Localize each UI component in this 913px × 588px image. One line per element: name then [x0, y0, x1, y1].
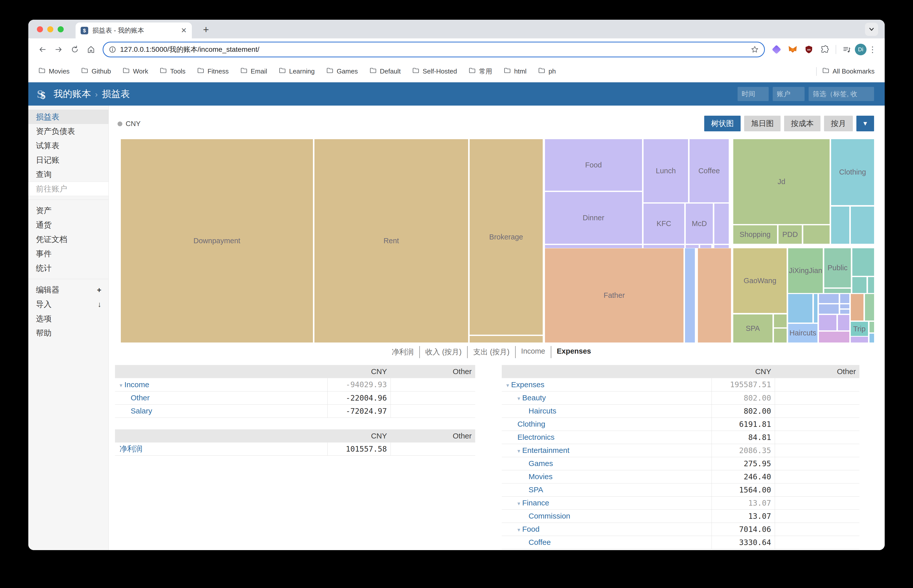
treemap-cell[interactable] [819, 315, 837, 330]
treemap-cell-public[interactable]: Public [824, 248, 851, 288]
account-link[interactable]: Haircuts [529, 407, 556, 415]
collapse-arrow-icon[interactable]: ▾ [517, 448, 520, 454]
treemap-cell[interactable] [865, 294, 874, 320]
treemap-cell[interactable] [851, 337, 868, 342]
treemap-cell-gaowang[interactable]: GaoWang [733, 248, 787, 313]
treemap-cell[interactable] [851, 294, 864, 320]
treemap-cell[interactable] [868, 277, 874, 293]
add-icon[interactable]: + [97, 286, 101, 294]
treemap-cell[interactable] [714, 204, 729, 244]
bookmark-folder-Work[interactable]: Work [123, 67, 148, 76]
extensions-puzzle-icon[interactable] [818, 43, 832, 57]
collapse-arrow-icon[interactable]: ▾ [517, 395, 520, 402]
sidebar-item-资产负债表[interactable]: 资产负债表 [28, 124, 108, 139]
chart-link-净利润[interactable]: 净利润 [386, 346, 419, 358]
bookmark-folder-Github[interactable]: Github [81, 67, 111, 76]
treemap-cell[interactable] [819, 332, 849, 342]
sidebar-item-导入[interactable]: 导入↓ [28, 297, 108, 312]
all-bookmarks-button[interactable]: All Bookmarks [822, 67, 874, 76]
treemap-cell[interactable] [686, 245, 699, 248]
treemap-cell[interactable] [852, 277, 867, 293]
browser-tab[interactable]: $ 损益表 - 我的账本 ✕ [76, 23, 192, 39]
account-link[interactable]: Commission [529, 512, 570, 520]
sidebar-item-损益表[interactable]: 损益表 [28, 110, 108, 124]
sidebar-item-选项[interactable]: 选项 [28, 312, 108, 326]
treemap-cell[interactable] [869, 334, 874, 342]
media-controls-icon[interactable] [840, 43, 854, 57]
sidebar-item-凭证文档[interactable]: 凭证文档 [28, 232, 108, 247]
bookmark-folder-ph[interactable]: ph [538, 67, 556, 76]
treemap-cell-lunch[interactable]: Lunch [644, 139, 688, 202]
site-info-icon[interactable] [109, 46, 116, 53]
ublock-icon[interactable]: uo [802, 43, 816, 57]
bookmark-folder-Games[interactable]: Games [326, 67, 358, 76]
account-link[interactable]: Finance [522, 499, 549, 507]
account-link[interactable]: Games [529, 459, 553, 467]
collapse-arrow-icon[interactable]: ▾ [120, 382, 122, 388]
treemap-cell-haircuts[interactable]: Haircuts [788, 324, 817, 342]
account-link[interactable]: Movies [529, 472, 552, 481]
treemap-cell-dinner[interactable]: Dinner [545, 192, 642, 244]
treemap-cell[interactable] [840, 294, 849, 303]
chart-mode-按月[interactable]: 按月 [824, 116, 853, 131]
treemap-cell[interactable] [824, 289, 851, 293]
treemap-cell-spa[interactable]: SPA [733, 315, 772, 342]
treemap-cell-brokerage[interactable]: Brokerage [469, 139, 543, 335]
treemap-cell-jixingjian[interactable]: JiXingJian [788, 248, 823, 293]
treemap-cell[interactable] [469, 336, 543, 342]
account-link[interactable]: Other [131, 394, 150, 402]
account-link[interactable]: Food [522, 525, 539, 533]
tag-filter-input[interactable] [809, 87, 874, 101]
bookmark-folder-Email[interactable]: Email [240, 67, 267, 76]
bookmark-folder-Default[interactable]: Default [369, 67, 401, 76]
zoom-window-button[interactable] [58, 26, 64, 32]
bookmark-folder-Learning[interactable]: Learning [279, 67, 315, 76]
bookmark-folder-Movies[interactable]: Movies [39, 67, 70, 76]
bookmark-folder-Tools[interactable]: Tools [160, 67, 186, 76]
account-link[interactable]: Entertainment [522, 446, 570, 454]
chart-link-Income[interactable]: Income [515, 346, 551, 358]
url-text[interactable]: 127.0.0.1:5000/我的账本/income_statement/ [120, 45, 751, 54]
browser-menu-icon[interactable]: ⋮ [869, 45, 877, 54]
download-icon[interactable]: ↓ [97, 300, 101, 309]
treemap-cell[interactable] [819, 304, 839, 314]
treemap-cell[interactable] [685, 248, 695, 342]
close-window-button[interactable] [37, 26, 43, 32]
treemap-cell-jd[interactable]: Jd [733, 139, 830, 224]
bookmark-folder-html[interactable]: html [504, 67, 526, 76]
treemap-cell[interactable] [698, 248, 731, 342]
bookmark-folder-Fitness[interactable]: Fitness [197, 67, 229, 76]
account-link[interactable]: Salary [131, 407, 152, 415]
account-link[interactable]: Coffee [529, 538, 551, 546]
sidebar-item-事件[interactable]: 事件 [28, 247, 108, 261]
tab-close-icon[interactable]: ✕ [181, 26, 187, 35]
collapse-arrow-icon[interactable]: ▾ [517, 500, 520, 507]
account-link[interactable]: SPA [529, 485, 543, 494]
treemap-cell[interactable] [840, 304, 849, 309]
treemap-cell[interactable] [852, 248, 874, 276]
collapse-arrow-icon[interactable]: ▾ [506, 382, 509, 388]
account-link[interactable]: Beauty [522, 394, 546, 402]
treemap-cell[interactable] [774, 315, 787, 327]
new-tab-button[interactable]: + [200, 24, 212, 36]
treemap-cell-mcd[interactable]: McD [686, 204, 713, 244]
chart-link-收入 (按月)[interactable]: 收入 (按月) [419, 346, 467, 358]
home-button[interactable] [84, 43, 97, 56]
treemap-cell-clothing[interactable]: Clothing [831, 139, 874, 205]
account-link[interactable]: Expenses [511, 380, 544, 389]
chart-mode-按成本[interactable]: 按成本 [784, 116, 821, 131]
treemap-cell-kfc[interactable]: KFC [644, 204, 684, 244]
sidebar-item-日记账[interactable]: 日记账 [28, 153, 108, 167]
sidebar-item-资产[interactable]: 资产 [28, 204, 108, 218]
minimize-window-button[interactable] [47, 26, 53, 32]
account-link[interactable]: 净利润 [120, 444, 142, 453]
chart-link-支出 (按月)[interactable]: 支出 (按月) [467, 346, 515, 358]
treemap-cell-shopping[interactable]: Shopping [733, 225, 777, 244]
bookmark-star-icon[interactable] [751, 46, 759, 53]
account-link[interactable]: Income [125, 380, 149, 389]
treemap-cell-trip[interactable]: Trip [851, 322, 868, 336]
breadcrumb-ledger[interactable]: 我的账本 [53, 89, 91, 99]
treemap-cell[interactable] [838, 315, 849, 330]
treemap-cell[interactable] [714, 245, 729, 248]
sidebar-item-编辑器[interactable]: 编辑器+ [28, 283, 108, 297]
